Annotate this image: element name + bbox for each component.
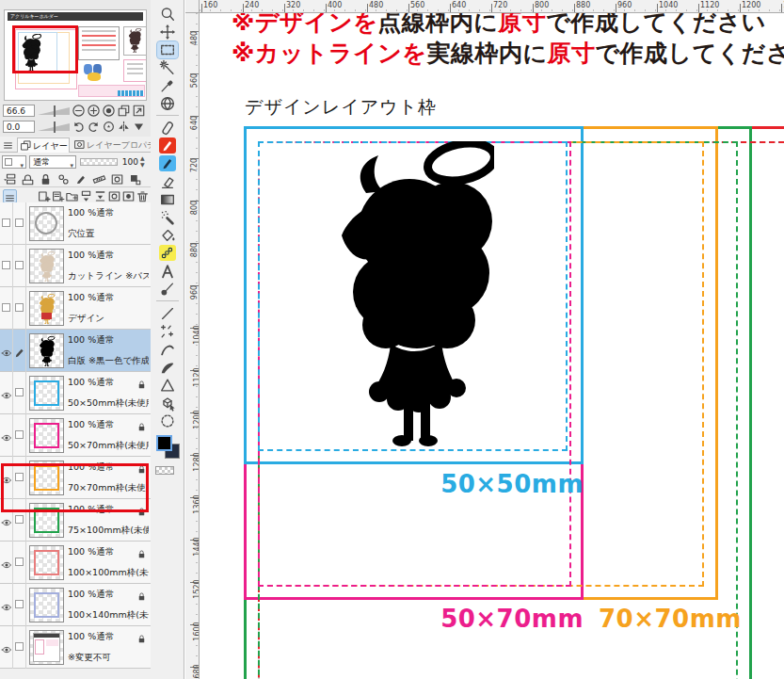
reset-display-button[interactable] bbox=[132, 120, 146, 134]
zoom-in-button[interactable] bbox=[87, 104, 101, 118]
object-tool[interactable] bbox=[157, 395, 178, 412]
figure-tool[interactable] bbox=[157, 305, 178, 322]
duplicate-view-button[interactable] bbox=[117, 104, 131, 118]
transfer-down-button[interactable] bbox=[79, 189, 93, 203]
zoom-100-button[interactable] bbox=[102, 104, 116, 118]
mask-icon[interactable] bbox=[110, 172, 124, 186]
gradient-tool[interactable] bbox=[157, 191, 178, 208]
edit-cell[interactable] bbox=[13, 287, 26, 330]
rotate-right-button[interactable] bbox=[87, 120, 101, 134]
visibility-cell[interactable] bbox=[0, 287, 13, 330]
eye-icon[interactable] bbox=[1, 429, 12, 441]
zoom-tool[interactable] bbox=[157, 6, 178, 23]
edit-cell[interactable] bbox=[13, 372, 26, 414]
opacity-slider[interactable] bbox=[80, 158, 118, 166]
curve-tool[interactable] bbox=[157, 341, 178, 358]
zoom-out-button[interactable] bbox=[72, 104, 86, 118]
layer-thumbnail[interactable] bbox=[29, 588, 64, 622]
auto-select-tool[interactable] bbox=[157, 59, 178, 76]
edit-cell[interactable] bbox=[13, 414, 26, 457]
edit-cell[interactable] bbox=[13, 245, 26, 287]
lock-alpha-icon[interactable] bbox=[21, 172, 35, 186]
zoom-slider-handle[interactable] bbox=[54, 105, 56, 117]
layer-thumbnail[interactable] bbox=[29, 545, 64, 580]
edit-cell[interactable] bbox=[13, 542, 26, 584]
eyedropper-tool[interactable] bbox=[157, 77, 178, 94]
visibility-cell[interactable] bbox=[0, 330, 13, 372]
visibility-cell[interactable] bbox=[0, 584, 13, 626]
layer-row-4[interactable]: 100 %通常白版 ※黒一色で作成 bbox=[0, 330, 151, 372]
layer-thumbnail[interactable] bbox=[29, 376, 64, 411]
tab-layer-property[interactable]: レイヤープロパティ bbox=[72, 137, 151, 153]
edit-checkbox[interactable] bbox=[15, 430, 24, 439]
blue-pen-tool[interactable] bbox=[157, 155, 178, 172]
lock-layer-icon[interactable] bbox=[39, 172, 53, 186]
move-tool[interactable] bbox=[157, 24, 178, 40]
visibility-cell[interactable] bbox=[0, 245, 13, 287]
apply-mask-button[interactable] bbox=[121, 189, 136, 203]
visibility-checkbox[interactable] bbox=[2, 303, 10, 312]
edit-checkbox[interactable] bbox=[15, 303, 24, 312]
layer-row-10[interactable]: 100 %通常100×140mm枠(未使用) bbox=[0, 584, 151, 626]
brush-tool[interactable] bbox=[157, 359, 178, 376]
transparent-color-swatch[interactable] bbox=[155, 466, 174, 475]
edit-checkbox[interactable] bbox=[15, 515, 24, 524]
visibility-cell[interactable] bbox=[0, 626, 13, 669]
pen-tool[interactable] bbox=[157, 120, 178, 137]
visibility-cell[interactable] bbox=[0, 542, 13, 584]
create-mask-button[interactable] bbox=[107, 189, 121, 203]
clip-at-layer-icon[interactable] bbox=[3, 172, 17, 186]
edit-cell[interactable] bbox=[13, 626, 26, 669]
layer-thumbnail[interactable] bbox=[29, 418, 64, 453]
foreground-color-swatch[interactable] bbox=[156, 435, 172, 451]
merge-down-button[interactable] bbox=[93, 189, 107, 203]
edit-cell[interactable] bbox=[13, 330, 26, 372]
layer-row-3[interactable]: 100 %通常デザイン bbox=[0, 287, 151, 330]
palette-menu-button[interactable] bbox=[3, 189, 17, 203]
eye-icon[interactable] bbox=[1, 557, 12, 568]
selection-tool[interactable] bbox=[157, 41, 178, 58]
layer-row-2[interactable]: 100 %通常カットライン ※パスで作成 bbox=[0, 245, 151, 287]
layer-thumbnail[interactable] bbox=[29, 206, 64, 241]
new-raster-layer-button[interactable] bbox=[37, 189, 51, 203]
blend-mode-select[interactable]: 通常▾ bbox=[29, 155, 76, 169]
edit-checkbox[interactable] bbox=[15, 558, 24, 566]
layer-thumbnail[interactable] bbox=[29, 249, 64, 283]
edit-cell[interactable] bbox=[13, 584, 26, 626]
red-pen-tool[interactable] bbox=[157, 137, 178, 154]
reset-rotation-button[interactable] bbox=[102, 120, 116, 134]
new-vector-layer-button[interactable] bbox=[51, 189, 65, 203]
edit-checkbox[interactable] bbox=[15, 642, 24, 651]
layer-row-5[interactable]: 100 %通常50×50mm枠(未使用) bbox=[0, 372, 151, 414]
operation-tool[interactable] bbox=[157, 95, 178, 112]
layer-thumbnail[interactable] bbox=[29, 291, 64, 326]
layer-color-select[interactable]: ▾ bbox=[2, 155, 26, 169]
fill-tool[interactable] bbox=[157, 227, 178, 244]
opacity-value[interactable]: 100 bbox=[121, 155, 138, 169]
layer-row-9[interactable]: 100 %通常100×100mm枠(未使用) bbox=[0, 542, 151, 584]
polygon-tool[interactable] bbox=[157, 377, 178, 394]
decoration-tool[interactable] bbox=[157, 245, 178, 262]
visibility-checkbox[interactable] bbox=[2, 261, 10, 269]
eye-icon[interactable] bbox=[1, 514, 12, 525]
visibility-checkbox[interactable] bbox=[2, 218, 10, 227]
select-area-tool[interactable] bbox=[157, 412, 178, 429]
draft-layer-icon[interactable] bbox=[74, 172, 88, 186]
layer-row-6[interactable]: 100 %通常50×70mm枠(未使用) bbox=[0, 414, 151, 457]
ruler-icon[interactable] bbox=[92, 172, 106, 186]
edit-checkbox[interactable] bbox=[15, 261, 24, 269]
layer-thumbnail[interactable] bbox=[29, 333, 64, 368]
rotation-value-field[interactable]: 0.0 bbox=[3, 121, 35, 133]
opacity-stepper[interactable]: ▲▼ bbox=[140, 154, 145, 168]
layer-row-11[interactable]: 100 %通常※変更不可 bbox=[0, 626, 151, 669]
zoom-value-field[interactable]: 66.6 bbox=[3, 105, 35, 117]
layer-thumbnail[interactable] bbox=[29, 630, 64, 665]
visibility-cell[interactable] bbox=[0, 202, 13, 245]
delete-layer-button[interactable] bbox=[136, 189, 150, 203]
rotate-left-button[interactable] bbox=[72, 120, 86, 134]
rotation-slider-handle[interactable] bbox=[54, 121, 56, 133]
visibility-cell[interactable] bbox=[0, 372, 13, 414]
tab-layer[interactable]: レイヤー bbox=[17, 137, 70, 153]
visibility-cell[interactable] bbox=[0, 414, 13, 457]
eye-icon[interactable] bbox=[1, 599, 12, 610]
